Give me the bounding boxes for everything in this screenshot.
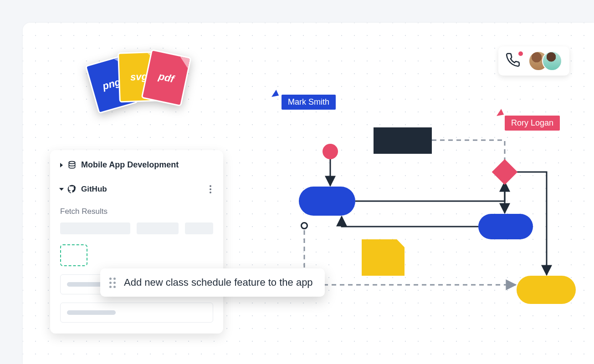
canvas-frame: png svg pdf Mark Smith Rory Logan	[23, 23, 594, 364]
skeleton-block	[185, 222, 213, 234]
integration-tree-item[interactable]: GitHub	[60, 185, 107, 194]
github-icon	[67, 185, 77, 194]
flow-process-blue[interactable]	[299, 187, 355, 216]
more-options-button[interactable]	[208, 183, 213, 195]
panel-section-label: Fetch Results	[60, 207, 213, 216]
flow-process-dark[interactable]	[374, 127, 432, 154]
integrations-panel: Mobile App Development GitHub Fetch Resu…	[50, 150, 223, 334]
skeleton-block	[137, 222, 179, 234]
draggable-issue-card[interactable]: Add new class schedule feature to the ap…	[100, 268, 325, 297]
flow-connector-dot[interactable]	[301, 222, 308, 229]
flow-process-blue[interactable]	[478, 214, 533, 239]
database-icon	[67, 161, 77, 170]
issue-card-text: Add new class schedule feature to the ap…	[124, 277, 313, 288]
chevron-right-icon	[60, 163, 63, 167]
flow-sticky-note[interactable]	[362, 239, 405, 276]
project-title: Mobile App Development	[81, 160, 179, 170]
flow-process-yellow[interactable]	[517, 276, 576, 304]
project-tree-item[interactable]: Mobile App Development	[60, 160, 213, 170]
results-skeleton-row	[60, 222, 213, 234]
kebab-dot-icon	[210, 188, 211, 190]
skeleton-bar	[67, 310, 116, 315]
svg-point-0	[69, 161, 75, 163]
drop-target-slot[interactable]	[60, 244, 87, 266]
kebab-dot-icon	[210, 185, 211, 187]
kebab-dot-icon	[210, 192, 211, 193]
drag-handle-icon[interactable]	[109, 278, 116, 288]
integration-name: GitHub	[81, 185, 107, 194]
flow-start-node[interactable]	[323, 144, 338, 159]
skeleton-block	[60, 222, 130, 234]
list-item[interactable]	[60, 303, 213, 323]
flow-decision-node[interactable]	[492, 159, 518, 185]
chevron-down-icon	[59, 188, 64, 191]
